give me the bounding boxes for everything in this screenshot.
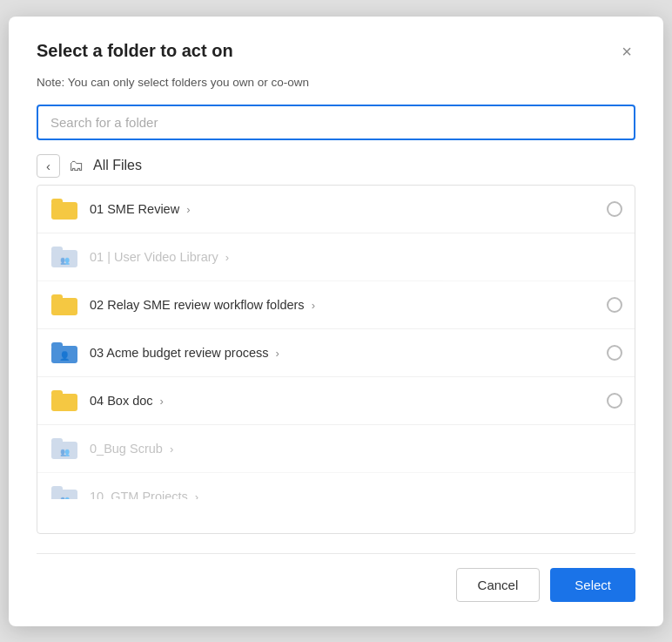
svg-rect-8	[51, 342, 63, 348]
list-item[interactable]: 👤 03 Acme budget review process ›	[37, 329, 635, 377]
folder-icon-container: 👥	[50, 484, 79, 499]
folder-icon-container: 👥	[50, 436, 79, 461]
folder-icon-container: 👤	[50, 341, 79, 365]
folder-radio[interactable]	[607, 201, 622, 217]
folder-icon-container	[50, 293, 79, 317]
svg-text:👤: 👤	[59, 350, 71, 362]
folder-select-dialog: Select a folder to act on × Note: You ca…	[9, 17, 663, 626]
folder-item-name: 01 | User Video Library ›	[90, 250, 622, 264]
folder-item-name: 0_Bug Scrub ›	[90, 442, 622, 456]
folder-list: 01 SME Review › 👥 01 | User Video Librar…	[37, 186, 635, 499]
svg-rect-6	[51, 294, 63, 301]
svg-text:👥: 👥	[60, 495, 71, 499]
folder-shared-icon: 👥	[50, 484, 79, 499]
folder-yellow-icon	[50, 389, 79, 413]
chevron-right-icon: ›	[312, 299, 315, 312]
list-item: 👥 0_Bug Scrub ›	[37, 425, 635, 473]
chevron-right-icon: ›	[276, 347, 279, 360]
folder-yellow-icon	[50, 197, 79, 221]
folder-item-name: 04 Box doc ›	[90, 394, 598, 408]
dialog-title: Select a folder to act on	[37, 41, 233, 61]
folder-radio[interactable]	[607, 297, 622, 313]
folder-item-name: 02 Relay SME review workflow folders ›	[90, 298, 598, 312]
breadcrumb-label: All Files	[93, 158, 142, 173]
breadcrumb-row: ‹ 🗂 All Files	[37, 154, 635, 178]
close-button[interactable]: ×	[618, 41, 635, 62]
folder-radio[interactable]	[607, 393, 622, 409]
folder-list-container: 01 SME Review › 👥 01 | User Video Librar…	[37, 185, 635, 534]
svg-text:👥: 👥	[60, 255, 71, 266]
folder-yellow-icon	[50, 293, 79, 317]
folder-item-name: 10. GTM Projects ›	[90, 490, 622, 499]
list-item: 👥 10. GTM Projects ›	[37, 473, 635, 499]
folder-item-name: 01 SME Review ›	[90, 202, 598, 216]
list-item: 👥 01 | User Video Library ›	[37, 233, 635, 281]
chevron-right-icon: ›	[186, 203, 190, 216]
folder-icon: 🗂	[69, 157, 84, 175]
folder-shared-icon: 👥	[50, 245, 79, 269]
svg-rect-3	[51, 247, 63, 253]
list-item[interactable]: 01 SME Review ›	[37, 186, 635, 233]
dialog-footer: Cancel Select	[37, 553, 635, 602]
svg-rect-1	[51, 199, 63, 205]
folder-icon-container	[50, 197, 79, 221]
chevron-right-icon: ›	[160, 395, 164, 408]
list-item[interactable]: 04 Box doc ›	[37, 377, 635, 425]
cancel-button[interactable]: Cancel	[456, 568, 541, 602]
folder-icon-container	[50, 389, 79, 413]
chevron-right-icon: ›	[170, 443, 173, 456]
svg-rect-13	[51, 438, 63, 444]
chevron-right-icon: ›	[225, 251, 229, 264]
dialog-header: Select a folder to act on ×	[37, 41, 635, 62]
folder-blue-icon: 👤	[50, 341, 79, 365]
select-button[interactable]: Select	[550, 568, 635, 602]
svg-rect-11	[51, 390, 63, 396]
folder-radio[interactable]	[607, 345, 622, 361]
svg-rect-16	[51, 486, 63, 492]
folder-item-name: 03 Acme budget review process ›	[90, 346, 598, 360]
folder-icon-container: 👥	[50, 245, 79, 269]
chevron-right-icon: ›	[195, 490, 198, 499]
svg-text:👥: 👥	[60, 447, 71, 457]
search-input[interactable]	[37, 105, 635, 140]
back-button[interactable]: ‹	[37, 154, 60, 178]
dialog-note: Note: You can only select folders you ow…	[37, 76, 635, 89]
list-item[interactable]: 02 Relay SME review workflow folders ›	[37, 281, 635, 329]
folder-shared-icon: 👥	[50, 436, 79, 461]
